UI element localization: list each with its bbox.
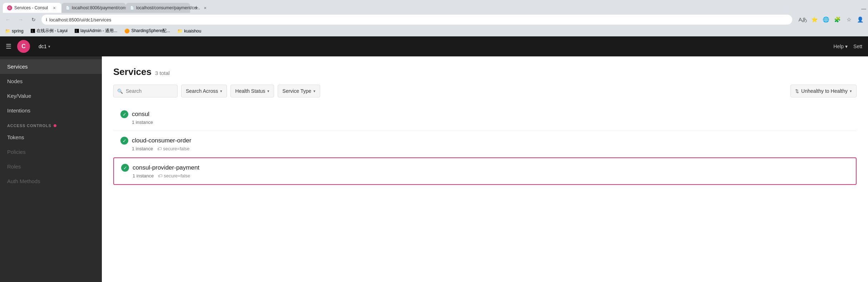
service-order-meta: 1 instance 🏷 secure=false — [120, 146, 849, 151]
datacenter-arrow: ▾ — [48, 44, 50, 49]
app-header: ☰ C dc1 ▾ Help ▾ Sett — [0, 36, 868, 56]
user-profile-icon[interactable]: 👤 — [855, 15, 865, 25]
tab2-favicon: 📄 — [66, 5, 70, 10]
datacenter-selector[interactable]: dc1 ▾ — [36, 42, 53, 51]
sidebar-keyvalue-label: Key/Value — [7, 93, 31, 99]
service-payment-name-row: ✓ consul-provider-payment — [121, 164, 849, 172]
sidebar-item-key-value[interactable]: Key/Value — [0, 89, 102, 103]
access-controls-label: ACCESS CONTROLS — [7, 124, 51, 128]
tab-payment-consul[interactable]: 📄 localhost:8006/payment/consul ✕ — [61, 3, 126, 13]
service-order-tag-value: secure=false — [163, 146, 189, 151]
extensions-icon[interactable]: 🧩 — [832, 15, 842, 25]
tab-consumer-payment[interactable]: 📄 localhost/consumer/payment/co... ✕ — [126, 3, 190, 13]
browser-chrome: C Services - Consul ✕ 📄 localhost:8006/p… — [0, 0, 868, 36]
service-consul-name-row: ✓ consul — [120, 110, 849, 118]
search-input[interactable] — [126, 88, 169, 94]
bookmark-spring-icon: 📁 — [5, 29, 10, 34]
service-order-name: cloud-consumer-order — [132, 137, 191, 144]
consul-logo[interactable]: C — [17, 40, 30, 53]
tab-bar: C Services - Consul ✕ 📄 localhost:8006/p… — [0, 0, 868, 13]
back-button[interactable]: ← — [3, 15, 13, 25]
consul-favicon: C — [7, 5, 12, 10]
bookmark-spring[interactable]: 📁 spring — [3, 28, 26, 34]
bookmark-spring-label: spring — [12, 29, 24, 34]
tab-services-consul[interactable]: C Services - Consul ✕ — [3, 3, 61, 13]
service-payment-tag: 🏷 secure=false — [158, 173, 190, 178]
tab-title-2: localhost:8006/payment/consul — [72, 5, 131, 10]
bookmark-sharding-icon: 🟠 — [124, 29, 130, 34]
service-order-name-row: ✓ cloud-consumer-order — [120, 137, 849, 145]
bookmark-kuaishou[interactable]: 📁 kuaishou — [175, 28, 203, 34]
sidebar-item-roles: Roles — [0, 159, 102, 174]
service-payment-health-icon: ✓ — [121, 164, 129, 172]
tab-close-1[interactable]: ✕ — [51, 5, 57, 11]
service-consul-health-icon: ✓ — [120, 110, 128, 118]
bookmark-sharding[interactable]: 🟠 ShardingSphere配... — [122, 27, 172, 35]
page-header: Services 3 total — [113, 66, 857, 77]
bookmark-layui-admin-icon: 🅻 — [75, 29, 79, 34]
sidebar-policies-label: Policies — [7, 149, 26, 155]
sidebar-item-intentions[interactable]: Intentions — [0, 103, 102, 118]
tab-title-1: Services - Consul — [14, 5, 48, 10]
tab3-favicon: 📄 — [130, 5, 134, 10]
service-payment-meta: 1 instance 🏷 secure=false — [121, 173, 849, 178]
sort-button[interactable]: ⇅ Unhealthy to Healthy ▾ — [790, 85, 857, 97]
search-box[interactable]: 🔍 — [113, 85, 178, 97]
language-icon[interactable]: Aあ — [798, 15, 808, 25]
service-consul-meta: 1 instance — [120, 120, 849, 125]
sidebar-intentions-label: Intentions — [7, 107, 30, 114]
sort-label: Unhealthy to Healthy — [801, 88, 848, 94]
minimize-button[interactable]: — — [859, 4, 868, 13]
service-list: ✓ consul 1 instance ✓ cloud-consumer-ord… — [113, 105, 857, 185]
sidebar-item-services[interactable]: Services — [0, 59, 102, 74]
filter-bar: 🔍 Search Across ▾ Health Status ▾ Servic… — [113, 85, 857, 97]
page-count: 3 total — [155, 70, 170, 76]
sort-chevron: ▾ — [850, 89, 852, 94]
service-type-button[interactable]: Service Type ▾ — [278, 85, 320, 97]
service-consul-instance-count: 1 instance — [132, 120, 153, 125]
service-item-consul[interactable]: ✓ consul 1 instance — [113, 105, 857, 131]
access-dot — [54, 124, 56, 127]
address-bar: ← → ↻ ℹ localhost:8500/ui/dc1/services A… — [0, 13, 868, 26]
help-chevron: ▾ — [845, 44, 848, 49]
url-bar[interactable]: ℹ localhost:8500/ui/dc1/services — [41, 15, 792, 25]
bookmark-star-icon[interactable]: ⭐ — [809, 15, 819, 25]
search-across-button[interactable]: Search Across ▾ — [181, 85, 227, 97]
service-type-chevron: ▾ — [313, 89, 316, 94]
bookmark-layui-admin-label: layuiAdmin - 通用... — [80, 28, 117, 34]
sidebar-item-nodes[interactable]: Nodes — [0, 74, 102, 89]
sidebar-item-auth-methods: Auth Methods — [0, 174, 102, 188]
sidebar-item-tokens[interactable]: Tokens — [0, 130, 102, 145]
service-order-tag: 🏷 secure=false — [157, 146, 189, 151]
search-across-chevron: ▾ — [220, 89, 222, 94]
bookmark-kuaishou-label: kuaishou — [184, 29, 201, 34]
bookmarks-bar: 📁 spring 🅻 在线示例 - Layui 🅻 layuiAdmin - 通… — [0, 26, 868, 36]
bookmark-layui-demo[interactable]: 🅻 在线示例 - Layui — [29, 27, 70, 35]
bookmark-layui-admin[interactable]: 🅻 layuiAdmin - 通用... — [73, 27, 119, 35]
favorites-icon[interactable]: ☆ — [844, 15, 854, 25]
datacenter-name: dc1 — [39, 44, 47, 49]
service-order-tag-icon: 🏷 — [157, 146, 162, 151]
sidebar-roles-label: Roles — [7, 163, 21, 170]
sidebar-item-policies: Policies — [0, 145, 102, 159]
help-button[interactable]: Help ▾ — [833, 44, 848, 49]
forward-button[interactable]: → — [16, 15, 26, 25]
service-consul-name: consul — [132, 111, 149, 118]
consul-app: ☰ C dc1 ▾ Help ▾ Sett Services Nodes Key… — [0, 36, 868, 282]
service-item-consul-provider-payment[interactable]: ✓ consul-provider-payment 1 instance 🏷 s… — [113, 157, 857, 185]
health-status-button[interactable]: Health Status ▾ — [230, 85, 274, 97]
page-title: Services — [113, 66, 152, 77]
refresh-button[interactable]: ↻ — [29, 15, 39, 25]
sidebar-authmethods-label: Auth Methods — [7, 178, 40, 184]
globe-icon[interactable]: 🌐 — [821, 15, 831, 25]
service-item-cloud-consumer-order[interactable]: ✓ cloud-consumer-order 1 instance 🏷 secu… — [113, 131, 857, 157]
hamburger-menu[interactable]: ☰ — [6, 42, 11, 50]
settings-button[interactable]: Sett — [853, 44, 862, 49]
main-content: Services 3 total 🔍 Search Across ▾ Healt… — [102, 56, 868, 195]
search-icon: 🔍 — [117, 89, 123, 94]
url-text: localhost:8500/ui/dc1/services — [49, 17, 111, 22]
tab-close-3[interactable]: ✕ — [204, 5, 207, 11]
bookmark-layui-demo-icon: 🅻 — [31, 29, 35, 34]
service-payment-instance-count: 1 instance — [133, 173, 154, 178]
sidebar-tokens-label: Tokens — [7, 134, 24, 140]
